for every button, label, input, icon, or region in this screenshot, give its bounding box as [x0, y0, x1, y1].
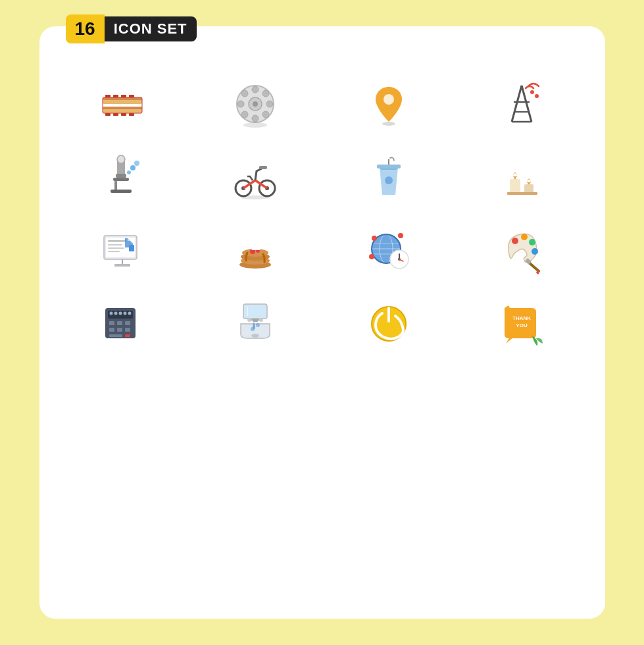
svg-rect-101 — [109, 328, 114, 332]
svg-point-88 — [532, 248, 538, 255]
pancakes-icon — [199, 224, 312, 276]
svg-rect-104 — [109, 334, 122, 337]
svg-point-86 — [521, 234, 528, 240]
svg-point-51 — [385, 176, 393, 184]
monitor-document-icon — [66, 224, 180, 276]
svg-rect-52 — [510, 179, 520, 194]
svg-rect-105 — [125, 334, 130, 337]
svg-rect-56 — [507, 192, 537, 195]
svg-rect-7 — [129, 95, 134, 97]
svg-rect-6 — [121, 95, 126, 97]
svg-point-111 — [247, 318, 251, 322]
circuit-board-icon — [66, 79, 180, 132]
icon-grid: THANK YOU — [66, 79, 579, 349]
svg-point-84 — [369, 254, 374, 259]
thank-you-icon: THANK YOU — [465, 296, 579, 349]
svg-point-40 — [130, 165, 136, 170]
svg-point-33 — [535, 94, 539, 98]
svg-point-48 — [241, 195, 270, 199]
svg-point-94 — [114, 312, 117, 315]
svg-point-22 — [241, 111, 248, 118]
svg-point-93 — [109, 312, 112, 315]
svg-rect-100 — [125, 321, 130, 325]
svg-rect-3 — [103, 107, 142, 109]
svg-point-115 — [251, 327, 255, 331]
svg-point-114 — [256, 323, 260, 327]
svg-point-96 — [123, 312, 126, 315]
svg-rect-99 — [117, 321, 122, 325]
svg-point-85 — [512, 238, 518, 244]
svg-rect-8 — [105, 113, 111, 116]
svg-rect-98 — [109, 321, 114, 325]
power-button-icon — [332, 296, 446, 349]
svg-point-16 — [252, 86, 259, 93]
svg-rect-4 — [105, 95, 111, 97]
svg-point-82 — [372, 236, 377, 241]
svg-point-32 — [530, 90, 534, 94]
svg-rect-102 — [117, 328, 122, 332]
svg-rect-103 — [125, 328, 130, 332]
svg-line-27 — [512, 86, 522, 122]
svg-line-28 — [522, 86, 532, 122]
calculator-icon — [66, 296, 180, 349]
svg-rect-62 — [108, 251, 120, 252]
badge: 16 ICON SET — [66, 14, 197, 43]
microscope-icon — [66, 151, 180, 204]
svg-point-112 — [259, 318, 263, 322]
svg-point-97 — [128, 312, 131, 315]
location-pin-icon — [332, 79, 446, 132]
svg-rect-61 — [108, 247, 124, 249]
svg-rect-108 — [253, 319, 258, 322]
svg-rect-10 — [121, 113, 126, 116]
badge-number: 16 — [66, 14, 105, 43]
svg-rect-36 — [113, 178, 129, 181]
svg-rect-47 — [259, 166, 267, 169]
svg-point-26 — [382, 122, 395, 126]
badge-text: ICON SET — [105, 16, 197, 41]
film-reel-icon — [199, 79, 312, 132]
svg-rect-11 — [129, 113, 134, 116]
paint-palette-icon — [465, 224, 579, 276]
svg-point-24 — [243, 122, 267, 128]
svg-point-15 — [253, 101, 258, 107]
svg-rect-38 — [111, 190, 132, 193]
antenna-icon — [465, 79, 579, 132]
svg-rect-49 — [377, 165, 401, 168]
svg-rect-65 — [114, 264, 130, 267]
svg-point-19 — [266, 101, 273, 107]
svg-rect-60 — [108, 244, 122, 245]
svg-point-42 — [127, 170, 131, 174]
svg-point-17 — [252, 115, 259, 122]
svg-point-25 — [384, 94, 394, 105]
svg-rect-9 — [113, 113, 118, 116]
svg-point-39 — [117, 155, 125, 163]
exercise-bike-icon — [199, 151, 312, 204]
svg-point-113 — [251, 334, 259, 338]
icon-set-card: 16 ICON SET — [39, 26, 605, 619]
svg-point-41 — [134, 161, 139, 166]
svg-point-87 — [529, 239, 535, 245]
svg-point-20 — [241, 90, 248, 97]
svg-point-83 — [398, 233, 403, 238]
svg-point-21 — [262, 90, 269, 97]
svg-rect-35 — [116, 174, 126, 178]
svg-rect-59 — [108, 240, 126, 242]
svg-text:YOU: YOU — [516, 322, 528, 328]
candles-icon — [465, 151, 579, 204]
svg-rect-53 — [524, 184, 533, 194]
svg-point-95 — [118, 312, 122, 315]
svg-point-18 — [237, 101, 244, 107]
soda-cup-icon — [332, 151, 446, 204]
bathroom-sink-icon — [199, 296, 312, 349]
svg-rect-2 — [103, 97, 142, 100]
svg-rect-5 — [113, 95, 118, 97]
svg-text:THANK: THANK — [512, 315, 531, 321]
world-clock-icon — [332, 224, 446, 276]
svg-point-23 — [262, 111, 269, 118]
